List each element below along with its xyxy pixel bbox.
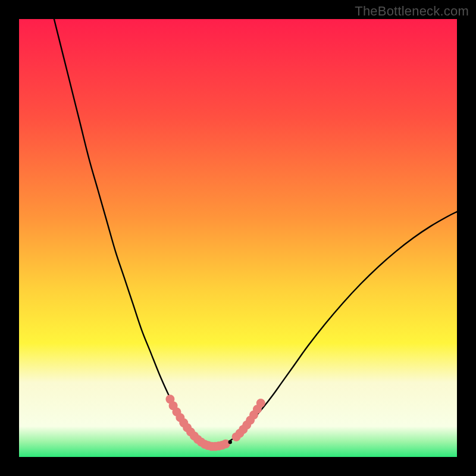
watermark-text: TheBottleneck.com: [355, 4, 469, 19]
data-marker: [256, 399, 265, 408]
dark-marker: [228, 440, 232, 444]
chart-frame: TheBottleneck.com: [0, 0, 476, 476]
plot-area: [19, 19, 457, 457]
chart-svg: [19, 19, 457, 457]
gradient-background: [19, 19, 457, 457]
